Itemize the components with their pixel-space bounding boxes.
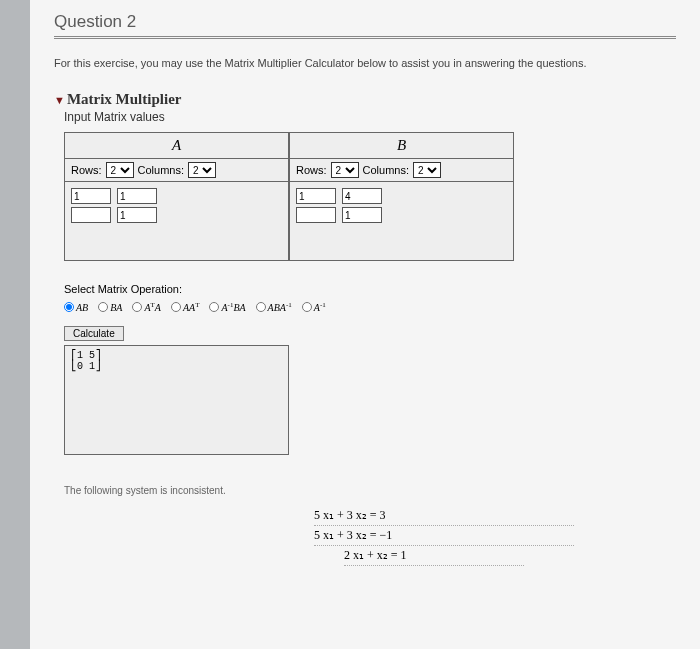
operation-options: AB BA ATA AAT A-1BA ABA-1 A-1 xyxy=(64,301,676,313)
rows-label: Rows: xyxy=(71,164,102,176)
tool-subtitle: Input Matrix values xyxy=(64,110,676,124)
matrix-b-rows-select[interactable]: 2 xyxy=(331,162,359,178)
tool-title: Matrix Multiplier xyxy=(67,91,182,108)
matrix-panels: A Rows: 2 Columns: 2 B R xyxy=(64,132,676,261)
matrix-a-label: A xyxy=(65,133,288,159)
op-ba[interactable]: BA xyxy=(98,302,122,313)
matrix-b-cell[interactable] xyxy=(296,188,336,204)
matrix-b-cell[interactable] xyxy=(342,188,382,204)
op-ainv[interactable]: A-1 xyxy=(302,301,326,313)
matrix-b-dims: Rows: 2 Columns: 2 xyxy=(290,159,513,182)
matrix-b-grid xyxy=(290,182,513,260)
calculate-button[interactable]: Calculate xyxy=(64,326,124,341)
op-ata[interactable]: ATA xyxy=(132,301,161,313)
tool-title-row[interactable]: ▼ Matrix Multiplier xyxy=(54,91,676,108)
matrix-b-cols-select[interactable]: 2 xyxy=(413,162,441,178)
matrix-b-cell[interactable] xyxy=(296,207,336,223)
system-note: The following system is inconsistent. xyxy=(64,485,676,496)
op-abainv[interactable]: ABA-1 xyxy=(256,301,292,313)
rows-label: Rows: xyxy=(296,164,327,176)
matrix-b-label: B xyxy=(290,133,513,159)
op-ab[interactable]: AB xyxy=(64,302,88,313)
operation-label: Select Matrix Operation: xyxy=(64,283,676,295)
matrix-a-cols-select[interactable]: 2 xyxy=(188,162,216,178)
equation-1: 5 x₁ + 3 x₂ = 3 xyxy=(314,506,574,526)
matrix-a-cell[interactable] xyxy=(117,188,157,204)
cols-label: Columns: xyxy=(138,164,184,176)
matrix-b-cell[interactable] xyxy=(342,207,382,223)
matrix-a-cell[interactable] xyxy=(71,207,111,223)
op-ainvba[interactable]: A-1BA xyxy=(209,301,245,313)
matrix-a-rows-select[interactable]: 2 xyxy=(106,162,134,178)
question-title: Question 2 xyxy=(54,12,676,39)
matrix-a-cell[interactable] xyxy=(71,188,111,204)
cols-label: Columns: xyxy=(363,164,409,176)
matrix-b-panel: B Rows: 2 Columns: 2 xyxy=(289,132,514,261)
op-aat[interactable]: AAT xyxy=(171,301,200,313)
page-container: Question 2 For this exercise, you may us… xyxy=(30,0,700,649)
intro-text: For this exercise, you may use the Matri… xyxy=(54,57,676,69)
equation-3: 2 x₁ + x₂ = 1 xyxy=(344,546,524,566)
matrix-a-panel: A Rows: 2 Columns: 2 xyxy=(64,132,289,261)
equations: 5 x₁ + 3 x₂ = 3 5 x₁ + 3 x₂ = −1 2 x₁ + … xyxy=(314,506,676,566)
operation-section: Select Matrix Operation: AB BA ATA AAT A… xyxy=(64,283,676,455)
result-box: ⎡1 5⎤ ⎣0 1⎦ xyxy=(64,345,289,455)
matrix-a-grid xyxy=(65,182,288,260)
matrix-a-cell[interactable] xyxy=(117,207,157,223)
collapse-triangle-icon: ▼ xyxy=(54,94,65,106)
equation-2: 5 x₁ + 3 x₂ = −1 xyxy=(314,526,574,546)
matrix-a-dims: Rows: 2 Columns: 2 xyxy=(65,159,288,182)
